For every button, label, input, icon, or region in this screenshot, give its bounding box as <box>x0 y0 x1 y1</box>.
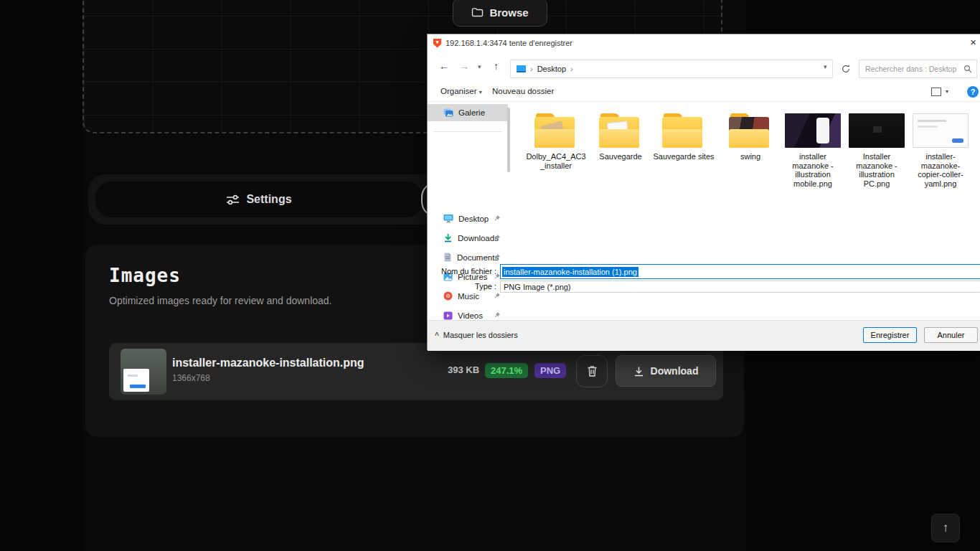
gallery-icon <box>443 108 453 117</box>
dialog-sidebar: Galerie Desktop Downloads Documents <box>428 102 510 263</box>
forward-arrow-icon[interactable]: → <box>459 60 469 72</box>
sidebar-divider <box>433 131 502 132</box>
chevron-down-icon: ▾ <box>479 89 482 95</box>
folder-icon <box>729 113 772 148</box>
hide-folders-toggle[interactable]: ^ Masquer les dossiers <box>435 331 518 339</box>
chevron-right-icon: › <box>530 65 533 73</box>
up-arrow-icon[interactable]: ↑ <box>494 60 499 72</box>
image-file-thumbnail <box>913 113 969 148</box>
document-icon <box>443 253 452 262</box>
filename-row: Nom du fichier : installer-mazanoke-inst… <box>428 263 980 280</box>
folder-icon <box>599 113 642 148</box>
video-icon <box>443 311 453 320</box>
filename-label: Nom du fichier : <box>353 267 496 276</box>
folder-item[interactable]: swing <box>720 113 781 161</box>
dialog-titlebar[interactable]: 192.168.1.4:3474 tente d'enregistrer × <box>428 34 980 52</box>
search-icon <box>963 65 972 73</box>
download-icon <box>633 366 644 377</box>
image-filesize: 393 KB <box>448 364 479 375</box>
hide-folders-label: Masquer les dossiers <box>443 331 518 339</box>
sidebar-item-desktop[interactable]: Desktop <box>428 210 508 227</box>
images-section-title: Images <box>109 265 181 286</box>
optimized-image-row: installer-mazanoke-installation.png 1366… <box>109 343 723 400</box>
savings-badge: 247.1% <box>485 363 528 378</box>
browse-label: Browse <box>489 6 528 19</box>
scroll-to-top-button[interactable]: ↑ <box>931 514 960 542</box>
image-dimensions: 980x551 <box>172 373 210 383</box>
brave-shield-icon <box>433 39 441 48</box>
breadcrumb[interactable]: › Desktop › <box>510 60 833 78</box>
file-grid: Dolby_AC4_AC3_installer Sauvegarde Sauve… <box>510 102 980 263</box>
filetype-row: Type : PNG Image (*.png) <box>428 281 980 293</box>
dialog-body: Galerie Desktop Downloads Documents <box>428 102 980 263</box>
new-folder-button[interactable]: Nouveau dossier <box>492 87 554 95</box>
sidebar-item-gallery[interactable]: Galerie <box>428 104 508 121</box>
folder-outline-icon <box>471 7 484 17</box>
settings-button[interactable]: Settings <box>95 182 423 217</box>
breadcrumb-location[interactable]: Desktop <box>537 65 566 73</box>
view-mode-icon[interactable] <box>931 88 941 96</box>
refresh-icon <box>841 64 851 74</box>
view-mode-chevron-icon[interactable]: ▾ <box>946 88 948 95</box>
delete-image-button[interactable] <box>576 355 608 387</box>
dialog-toolbar: Organiser ▾ Nouveau dossier ▾ ? <box>428 83 980 102</box>
sliders-icon <box>226 194 240 205</box>
image-file-thumbnail <box>785 113 841 148</box>
image-file-item[interactable]: installer mazanoke - illustration mobile… <box>782 113 844 188</box>
settings-label: Settings <box>246 193 291 206</box>
history-chevron-icon[interactable]: ▾ <box>478 63 481 70</box>
desktop-icon <box>517 65 526 72</box>
folder-icon <box>534 113 578 148</box>
folder-icon <box>662 113 705 148</box>
address-dropdown-icon[interactable]: ▾ <box>824 63 827 70</box>
pin-icon[interactable] <box>493 234 501 242</box>
filetype-value: PNG Image (*.png) <box>504 283 571 291</box>
folder-item[interactable]: Dolby_AC4_AC3_installer <box>525 113 587 170</box>
pin-icon[interactable] <box>493 311 501 319</box>
sidebar-item-downloads[interactable]: Downloads <box>428 230 508 246</box>
filetype-select[interactable]: PNG Image (*.png) <box>500 281 980 293</box>
format-badge: PNG <box>534 363 566 378</box>
filename-selected-text: installer-mazanoke-installation (1).png <box>502 267 639 277</box>
image-filename: installer-mazanoke-installation.png <box>172 357 364 369</box>
pin-icon[interactable] <box>493 215 501 222</box>
download-label: Download <box>651 365 699 377</box>
image-file-item[interactable]: Installer mazanoke - illustration PC.png <box>846 113 908 188</box>
help-icon[interactable]: ? <box>967 86 979 98</box>
browse-button[interactable]: Browse <box>453 0 547 27</box>
download-button[interactable]: Download <box>616 355 716 387</box>
organize-menu[interactable]: Organiser ▾ <box>440 87 482 95</box>
sidebar-gallery-label: Galerie <box>458 108 485 117</box>
filename-input[interactable]: installer-mazanoke-installation (1).png <box>500 264 980 279</box>
dialog-footer: ^ Masquer les dossiers Enregistrer Annul… <box>428 320 980 351</box>
chevron-up-icon: ^ <box>435 331 439 339</box>
pin-icon[interactable] <box>493 253 501 261</box>
save-as-dialog: 192.168.1.4:3474 tente d'enregistrer × ←… <box>427 34 980 350</box>
search-placeholder: Rechercher dans : Desktop <box>865 65 963 73</box>
search-input[interactable]: Rechercher dans : Desktop <box>859 60 977 78</box>
filetype-label: Type : <box>353 282 496 291</box>
trash-icon <box>587 365 598 377</box>
save-button[interactable]: Enregistrer <box>863 327 917 343</box>
screen: gif svg ico Browse Settings Images Optim… <box>0 0 980 551</box>
close-icon[interactable]: × <box>970 36 976 49</box>
folder-item[interactable]: Sauvegarde <box>590 113 651 161</box>
images-section-subtitle: Optimized images ready for review and do… <box>109 295 332 306</box>
image-thumbnail <box>121 349 166 395</box>
chevron-right-icon: › <box>570 65 573 73</box>
arrow-up-icon: ↑ <box>943 521 949 535</box>
dialog-navbar: ← → ▾ ↑ › Desktop › ▾ Rechercher dans : … <box>428 52 980 83</box>
thumbnail-window <box>123 369 149 392</box>
desktop-icon <box>443 214 453 223</box>
dialog-title: 192.168.1.4:3474 tente d'enregistrer <box>446 39 573 47</box>
download-arrow-icon <box>443 233 453 242</box>
refresh-button[interactable] <box>837 60 855 78</box>
back-arrow-icon[interactable]: ← <box>439 60 449 72</box>
image-file-item[interactable]: installer-mazanoke-copier-coller-yaml.pn… <box>910 113 971 188</box>
cancel-button[interactable]: Annuler <box>924 327 978 343</box>
image-file-thumbnail <box>849 113 905 148</box>
folder-item[interactable]: Sauvegarde sites <box>653 113 715 161</box>
